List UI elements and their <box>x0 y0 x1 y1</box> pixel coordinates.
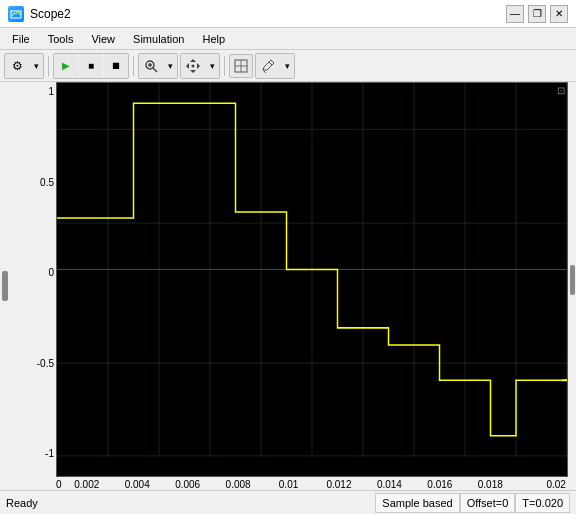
x-label-0014: 0.014 <box>364 479 414 490</box>
offset-label: Offset=0 <box>460 493 516 513</box>
x-label-0008: 0.008 <box>213 479 263 490</box>
minimize-button[interactable]: — <box>506 5 524 23</box>
x-label-0018: 0.018 <box>465 479 515 490</box>
plot-canvas-container: ⊡ <box>56 82 568 477</box>
stop-button[interactable]: ■ <box>79 54 103 78</box>
menu-file[interactable]: File <box>4 31 38 47</box>
toolbar: ⚙ ▾ ▶ ■ ⏹ ▾ ▾ <box>0 50 576 82</box>
svg-line-9 <box>269 62 272 65</box>
zoom-dropdown[interactable]: ▾ <box>163 54 177 78</box>
menu-bar: File Tools View Simulation Help <box>0 28 576 50</box>
title-controls: — ❐ ✕ <box>506 5 568 23</box>
y-axis-labels: 1 0.5 0 -0.5 -1 <box>18 82 56 477</box>
title-left: Scope2 <box>8 6 71 22</box>
x-label-001: 0.01 <box>263 479 313 490</box>
status-bar: Ready Sample based Offset=0 T=0.020 <box>0 490 576 514</box>
playback-controls: ▶ ■ ⏹ <box>53 53 129 79</box>
zoom-in-button[interactable] <box>139 54 163 78</box>
time-label: T=0.020 <box>515 493 570 513</box>
right-panel <box>568 82 576 477</box>
left-handle <box>2 271 8 301</box>
y-label-n1: -1 <box>45 448 54 459</box>
pan-button[interactable] <box>181 54 205 78</box>
settings-dropdown[interactable]: ▾ <box>29 54 43 78</box>
menu-help[interactable]: Help <box>194 31 233 47</box>
left-panel <box>0 82 18 490</box>
x-label-0002: 0.002 <box>62 479 112 490</box>
separator-1 <box>48 56 49 76</box>
separator-3 <box>224 56 225 76</box>
maximize-icon[interactable]: ⊡ <box>557 85 565 96</box>
sample-based-label: Sample based <box>375 493 459 513</box>
play-button[interactable]: ▶ <box>54 54 78 78</box>
x-axis-labels: 0 0.002 0.004 0.006 0.008 0.01 0.012 0.0… <box>56 477 568 490</box>
svg-point-5 <box>192 64 195 67</box>
scope-icon <box>8 6 24 22</box>
x-label-002: 0.02 <box>516 479 568 490</box>
svg-line-2 <box>153 68 157 72</box>
x-label-0016: 0.016 <box>415 479 465 490</box>
menu-view[interactable]: View <box>83 31 123 47</box>
menu-simulation[interactable]: Simulation <box>125 31 192 47</box>
y-label-n05: -0.5 <box>37 358 54 369</box>
plot-with-axes: 1 0.5 0 -0.5 -1 ⊡ <box>18 82 576 477</box>
pan-dropdown[interactable]: ▾ <box>205 54 219 78</box>
x-label-0012: 0.012 <box>314 479 364 490</box>
x-label-0006: 0.006 <box>162 479 212 490</box>
title-bar: Scope2 — ❐ ✕ <box>0 0 576 28</box>
tool-pencil-button[interactable] <box>256 54 280 78</box>
tool-axes-button[interactable] <box>229 54 253 78</box>
y-label-0: 0 <box>48 267 54 278</box>
plot-svg <box>57 83 567 476</box>
rewind-button[interactable]: ⏹ <box>104 54 128 78</box>
main-content: 1 0.5 0 -0.5 -1 ⊡ <box>0 82 576 490</box>
separator-2 <box>133 56 134 76</box>
tool-dropdown[interactable]: ▾ <box>280 54 294 78</box>
status-right: Sample based Offset=0 T=0.020 <box>375 493 570 513</box>
x-label-0004: 0.004 <box>112 479 162 490</box>
close-button[interactable]: ✕ <box>550 5 568 23</box>
y-label-05: 0.5 <box>40 177 54 188</box>
restore-button[interactable]: ❐ <box>528 5 546 23</box>
menu-tools[interactable]: Tools <box>40 31 82 47</box>
settings-button[interactable]: ⚙ <box>5 54 29 78</box>
window-title: Scope2 <box>30 7 71 21</box>
plot-area: 1 0.5 0 -0.5 -1 ⊡ <box>18 82 576 490</box>
y-label-1: 1 <box>48 86 54 97</box>
status-ready: Ready <box>6 497 38 509</box>
right-handle <box>570 265 575 295</box>
